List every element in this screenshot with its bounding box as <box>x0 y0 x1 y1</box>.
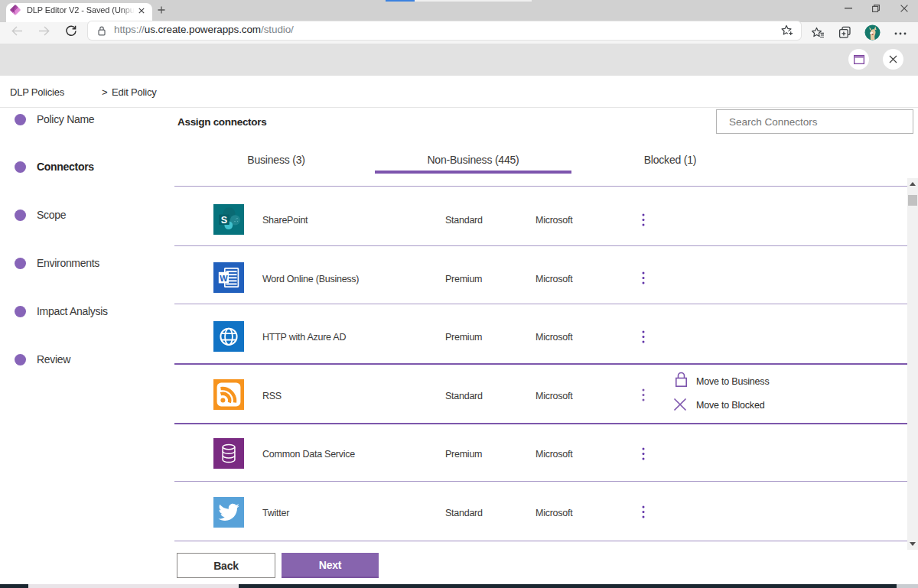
svg-text:S: S <box>221 215 227 226</box>
svg-text:W: W <box>220 274 228 283</box>
